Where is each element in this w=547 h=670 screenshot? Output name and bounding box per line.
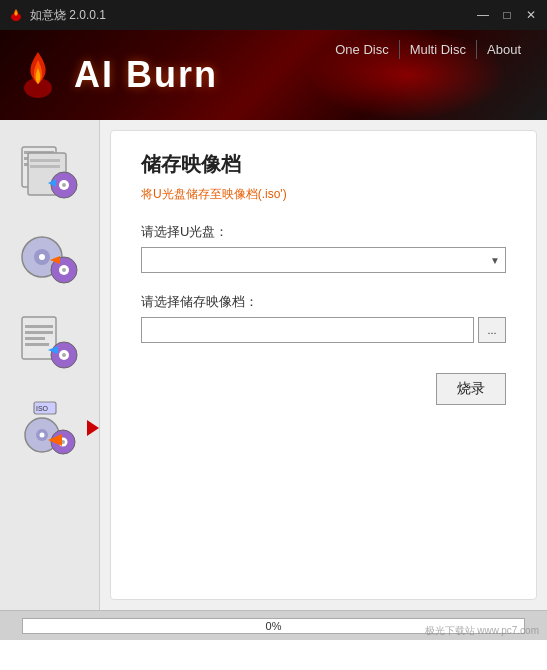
watermark-text: 极光下载站 www.pc7.com: [425, 624, 539, 638]
burn-button[interactable]: 烧录: [436, 373, 506, 405]
svg-rect-24: [25, 343, 49, 346]
minimize-button[interactable]: —: [475, 7, 491, 23]
bottom-bar: 0% 极光下载站 www.pc7.com: [0, 610, 547, 640]
file-input-wrapper: ...: [141, 317, 506, 343]
svg-point-18: [62, 268, 66, 272]
sidebar-item-disc-data[interactable]: [15, 310, 85, 375]
content-panel: 储存映像档 将U光盘储存至映像档(.iso') 请选择U光盘： ▼ 请选择储存映…: [110, 130, 537, 600]
nav-multi-disc[interactable]: Multi Disc: [399, 40, 476, 59]
disc-save-icon: ISO: [20, 400, 80, 455]
svg-point-27: [62, 353, 66, 357]
svg-rect-22: [25, 331, 53, 334]
disc-convert-icon: [20, 230, 80, 285]
select-save-path-label: 请选择储存映像档：: [141, 293, 506, 311]
sidebar-item-iso-copy[interactable]: [15, 140, 85, 205]
sidebar-item-disc-convert[interactable]: [15, 225, 85, 290]
svg-rect-7: [30, 159, 60, 162]
u-disc-select[interactable]: [141, 247, 506, 273]
select-wrapper: ▼: [141, 247, 506, 273]
title-bar-left: 如意烧 2.0.0.1: [8, 7, 106, 24]
select-u-disc-group: 请选择U光盘： ▼: [141, 223, 506, 273]
flame-logo-icon: [16, 48, 60, 102]
app-logo: AI Burn: [16, 48, 218, 102]
maximize-button[interactable]: □: [499, 7, 515, 23]
subtitle-format: .iso: [262, 187, 281, 201]
panel-title: 储存映像档: [141, 151, 506, 178]
panel-subtitle: 将U光盘储存至映像档(.iso'): [141, 186, 506, 203]
svg-rect-21: [25, 325, 53, 328]
subtitle-prefix: 将U光盘储存至映像档(: [141, 187, 262, 201]
app-icon: [8, 7, 24, 23]
iso-copy-icon: [20, 145, 80, 200]
progress-label: 0%: [266, 620, 282, 632]
svg-point-15: [39, 254, 45, 260]
select-save-path-group: 请选择储存映像档： ...: [141, 293, 506, 343]
svg-rect-23: [25, 337, 45, 340]
save-path-input[interactable]: [141, 317, 474, 343]
nav-about[interactable]: About: [476, 40, 531, 59]
sidebar-item-save-iso[interactable]: ISO: [15, 395, 85, 460]
subtitle-suffix: '): [280, 187, 286, 201]
svg-rect-8: [30, 165, 60, 168]
main-content: ISO 储存映像档 将U光盘储存至映像档(.iso') 请选择U光盘：: [0, 120, 547, 610]
header-nav: One Disc Multi Disc About: [325, 40, 531, 59]
title-bar: 如意烧 2.0.0.1 — □ ✕: [0, 0, 547, 30]
svg-text:ISO: ISO: [36, 405, 49, 412]
app-title-text: 如意烧 2.0.0.1: [30, 7, 106, 24]
browse-button[interactable]: ...: [478, 317, 506, 343]
close-button[interactable]: ✕: [523, 7, 539, 23]
svg-point-33: [39, 433, 44, 438]
app-header: AI Burn One Disc Multi Disc About: [0, 30, 547, 120]
disc-data-icon: [20, 315, 80, 370]
title-bar-controls: — □ ✕: [475, 7, 539, 23]
app-name: AI Burn: [74, 54, 218, 96]
nav-one-disc[interactable]: One Disc: [325, 40, 398, 59]
svg-point-11: [62, 183, 66, 187]
sidebar: ISO: [0, 120, 100, 610]
select-u-disc-label: 请选择U光盘：: [141, 223, 506, 241]
